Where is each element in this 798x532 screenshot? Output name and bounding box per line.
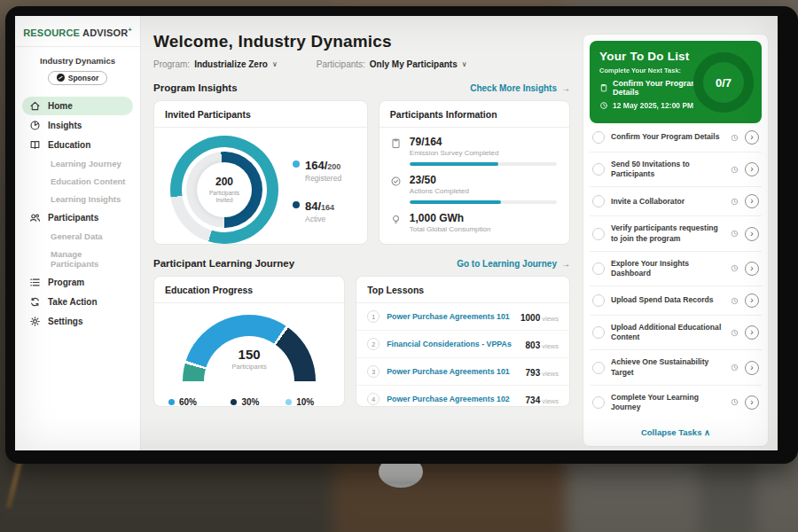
sponsor-icon — [57, 74, 65, 82]
donut-gap: 200 Participants Invited — [182, 147, 267, 232]
sidebar-item-label: Manage Participants — [51, 249, 126, 269]
task-open-button[interactable]: › — [745, 395, 759, 410]
todo-column: Your To Do List Complete Your Next Task:… — [581, 16, 778, 450]
sidebar-item-general-data[interactable]: General Data — [22, 228, 133, 245]
program-select[interactable]: Program: Industrialize Zero ∨ — [153, 59, 278, 69]
gauge-legend: 60% Completed 30% Pending 10% Not Starte… — [154, 397, 344, 407]
sidebar-item-take-action[interactable]: Take Action — [22, 293, 133, 311]
task-row: Upload Spend Data Records › — [590, 286, 762, 316]
card-title: Participants Information — [379, 101, 569, 128]
sidebar-item-learning-insights[interactable]: Learning Insights — [22, 191, 133, 207]
views-suffix: views — [542, 342, 559, 350]
legend-value: 164/ — [305, 159, 327, 172]
lesson-link[interactable]: Financial Considerations - VPPAs — [387, 340, 518, 348]
go-to-learning-journey-link[interactable]: Go to Learning Journey → — [457, 259, 570, 269]
home-icon — [29, 100, 41, 112]
chevron-right-icon: › — [750, 229, 753, 239]
sidebar-item-label: Learning Insights — [51, 194, 121, 204]
invited-participants-card: Invited Participants 200 Participants In… — [153, 100, 368, 245]
task-open-button[interactable]: › — [745, 130, 759, 145]
link-label: Check More Insights — [470, 83, 557, 93]
clock-icon — [731, 297, 739, 305]
lesson-link[interactable]: Power Purchase Agreements 102 — [387, 395, 518, 403]
sidebar-item-label: General Data — [51, 231, 103, 241]
task-open-button[interactable]: › — [745, 325, 759, 340]
chevron-up-icon: ∧ — [704, 427, 710, 437]
monitor-bezel: RESOURCE ADVISOR+ Industry Dynamics Spon… — [5, 6, 798, 464]
sidebar-item-label: Education Content — [51, 176, 125, 186]
sidebar-item-manage-participants[interactable]: Manage Participants — [22, 246, 133, 272]
sidebar-item-participants[interactable]: Participants — [22, 208, 133, 227]
sidebar-item-education-content[interactable]: Education Content — [22, 173, 133, 190]
task-checkbox[interactable] — [592, 294, 605, 307]
education-progress-gauge: 150 Participants — [183, 315, 316, 381]
chevron-right-icon: › — [750, 263, 753, 273]
filters-row: Program: Industrialize Zero ∨ Participan… — [153, 59, 570, 69]
views-suffix: views — [542, 315, 559, 323]
brand-plus: + — [129, 27, 132, 33]
sidebar-item-insights[interactable]: Insights — [22, 116, 133, 135]
task-checkbox[interactable] — [592, 195, 605, 207]
task-open-button[interactable]: › — [745, 361, 759, 375]
collapse-tasks-link[interactable]: Collapse Tasks ∧ — [590, 419, 762, 446]
sidebar-item-program[interactable]: Program — [22, 273, 133, 292]
clock-icon — [731, 166, 739, 174]
participants-value: Only My Participants — [370, 59, 458, 69]
program-label: Program: — [153, 59, 190, 69]
task-checkbox[interactable] — [592, 131, 605, 144]
task-open-button[interactable]: › — [745, 227, 759, 241]
lesson-link[interactable]: Power Purchase Agreements 101 — [387, 367, 518, 376]
task-checkbox[interactable] — [592, 262, 605, 275]
task-checkbox[interactable] — [592, 326, 605, 339]
card-title: Invited Participants — [154, 101, 367, 128]
stat-emission-survey: 79/164 Emission Survey Completed — [379, 128, 569, 166]
task-open-button[interactable]: › — [745, 262, 759, 276]
people-icon — [29, 212, 41, 223]
check-more-insights-link[interactable]: Check More Insights → — [470, 83, 570, 93]
legend-not-started: 10% Not Started — [286, 397, 330, 407]
lesson-row: 3 Power Purchase Agreements 101 793views — [356, 358, 569, 386]
link-label: Go to Learning Journey — [457, 259, 557, 269]
progress-track — [410, 200, 557, 204]
card-title: Education Progress — [154, 277, 344, 303]
top-lessons-card: Top Lessons 1 Power Purchase Agreements … — [356, 276, 570, 407]
sidebar-item-settings[interactable]: Settings — [22, 312, 133, 331]
todo-progress-ring: 0/7 — [693, 52, 754, 113]
progress-fill — [410, 162, 498, 166]
page-title: Welcome, Industry Dynamics — [153, 32, 570, 51]
sponsor-badge[interactable]: Sponsor — [48, 71, 107, 85]
gauge-center: 150 Participants — [183, 347, 316, 371]
participants-select[interactable]: Participants: Only My Participants ∨ — [317, 59, 467, 69]
legend-label: Registered — [305, 174, 341, 183]
task-label: Verify participants requesting to join t… — [611, 223, 724, 243]
task-row: Upload Additional Educational Content › — [590, 316, 762, 350]
chevron-right-icon: › — [750, 196, 753, 206]
task-row: Verify participants requesting to join t… — [590, 216, 762, 251]
task-open-button[interactable]: › — [745, 162, 759, 176]
chevron-right-icon: › — [750, 397, 753, 407]
legend-dot — [231, 399, 237, 405]
lesson-views: 803 — [526, 340, 541, 350]
arrow-right-icon: → — [561, 83, 570, 93]
task-open-button[interactable]: › — [745, 194, 759, 208]
task-row: Invite a Collaborator › — [590, 187, 762, 216]
task-open-button[interactable]: › — [745, 293, 759, 308]
task-checkbox[interactable] — [592, 228, 605, 240]
legend-value: 60% — [179, 397, 211, 407]
sidebar-item-education[interactable]: Education — [22, 136, 133, 154]
task-checkbox[interactable] — [592, 396, 605, 409]
dashboard-screen: RESOURCE ADVISOR+ Industry Dynamics Spon… — [15, 16, 778, 450]
lesson-rank: 3 — [367, 365, 379, 378]
legend-completed: 60% Completed — [168, 397, 211, 407]
legend-dot — [293, 201, 300, 208]
views-suffix: views — [542, 370, 559, 378]
progress-track — [410, 162, 557, 166]
lesson-link[interactable]: Power Purchase Agreements 101 — [387, 312, 513, 321]
legend-dot — [286, 399, 292, 405]
task-label: Send 50 Invitations to Participants — [611, 160, 724, 179]
task-checkbox[interactable] — [592, 362, 605, 374]
legend-value: 10% — [296, 397, 330, 407]
sidebar-item-home[interactable]: Home — [22, 97, 133, 115]
task-checkbox[interactable] — [592, 163, 605, 176]
sidebar-item-learning-journey[interactable]: Learning Journey — [22, 155, 133, 172]
